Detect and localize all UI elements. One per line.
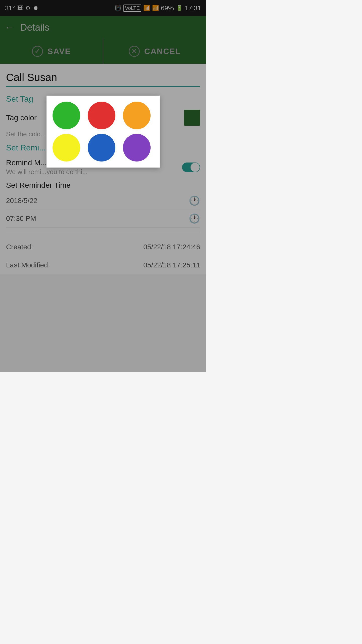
color-picker-grid: [53, 102, 154, 162]
color-orange[interactable]: [123, 102, 151, 129]
color-red[interactable]: [88, 102, 115, 129]
color-blue[interactable]: [88, 134, 115, 162]
color-green[interactable]: [53, 102, 80, 129]
color-yellow[interactable]: [53, 134, 80, 162]
color-purple[interactable]: [123, 134, 151, 162]
color-picker-dialog: [47, 96, 160, 168]
dialog-overlay[interactable]: [0, 0, 206, 372]
